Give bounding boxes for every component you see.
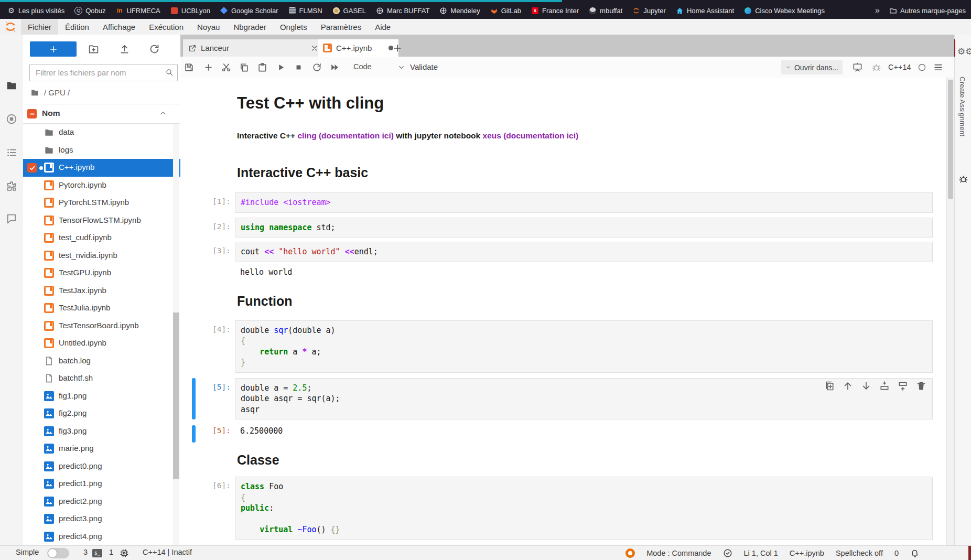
new-tab-icon[interactable] [392,43,403,53]
menu-onglets[interactable]: Onglets [273,19,314,35]
markdown-body[interactable]: Interactive C++ basic [235,164,933,181]
insert-below-icon[interactable] [898,381,908,391]
tab-notebook[interactable]: C++.ipynb [318,39,398,57]
bookmark-item[interactable]: Mendeley [439,7,480,15]
delete-icon[interactable] [916,381,926,391]
menu-noyau[interactable]: Noyau [190,19,226,35]
cut-icon[interactable] [221,62,231,72]
code-editor[interactable]: using namespace std; [235,218,933,238]
open-in-button[interactable]: Ouvrir dans... [781,60,843,74]
file-row[interactable]: marie.png [23,440,180,458]
restart-icon[interactable] [312,62,322,72]
move-up-icon[interactable] [843,381,853,391]
kernels-count[interactable]: 1 [109,548,113,556]
validate-button[interactable]: Validate [410,62,438,71]
debugger-icon[interactable] [871,62,881,72]
code-editor[interactable]: double a = 2.5;double asqr = sqr(a);asqr [235,378,933,420]
code-editor[interactable]: class Foo{public: virtual ~Foo() {} [235,477,933,540]
file-row[interactable]: TestJulia.ipynb [23,299,180,317]
spellcheck-status[interactable]: Spellcheck off [836,549,883,557]
markdown-body[interactable]: Function [235,293,933,309]
file-row[interactable]: fig1.png [23,387,180,405]
file-row[interactable]: fig3.png [23,423,180,440]
paste-icon[interactable] [257,62,267,72]
stop-icon[interactable] [294,62,304,72]
code-editor[interactable]: #include <iostream> [235,192,933,213]
file-list-scrollbar-thumb[interactable] [173,313,179,479]
bell-icon[interactable] [910,548,920,558]
markdown-body[interactable]: Test C++ with cling [235,92,933,115]
menu-édition[interactable]: Édition [58,19,96,35]
active-cell-bar[interactable] [192,378,196,420]
kernel-status-text[interactable]: C++14 | Inactif [143,548,192,556]
menu-exécution[interactable]: Exécution [142,19,190,35]
file-row[interactable]: predict2.png [23,493,180,511]
file-row[interactable]: Pytorch.ipynb [23,177,180,195]
menu-aide[interactable]: Aide [368,19,397,35]
kernel-status-icon[interactable] [918,63,926,72]
file-checkbox[interactable] [27,163,37,173]
bookmarks-overflow-chevron[interactable]: » [875,6,879,15]
insert-above-icon[interactable] [879,381,890,391]
property-inspector-icon[interactable]: ⚙⚙ [957,48,970,62]
file-row[interactable]: logs [23,142,180,159]
bookmark-item[interactable]: mbuffat [589,7,622,15]
cursor-position[interactable]: Li 1, Col 1 [744,549,778,557]
file-row[interactable]: TestGPU.ipynb [23,264,180,282]
cell-type-select[interactable]: Code [353,62,372,71]
fast-forward-icon[interactable] [330,62,340,72]
chat-icon[interactable] [6,213,17,224]
file-row[interactable]: PyTorchLSTM.ipynb [23,194,180,212]
code-editor[interactable]: cout << "hello world" <<endl; [235,242,933,262]
copy-icon[interactable] [239,62,249,72]
bookmark-item[interactable]: ⚙Les plus visités [7,7,64,15]
markdown-body[interactable]: Interactive C++ cling (documentation ici… [235,130,933,142]
select-all-checkbox[interactable] [27,109,37,119]
move-down-icon[interactable] [861,381,871,391]
bookmark-item[interactable]: Marc BUFFAT [376,7,429,15]
bookmark-item[interactable]: QQobuz [74,7,105,15]
notebook-scrollbar-thumb[interactable] [948,80,953,199]
file-list-header[interactable]: Nom [23,104,180,124]
running-icon[interactable] [6,113,17,125]
insert-icon[interactable] [203,62,213,72]
bookmark-item[interactable]: GASEL [332,7,366,15]
status-filename[interactable]: C++.ipynb [790,549,824,557]
code-cell-body[interactable]: class Foo{public: virtual ~Foo() {} [235,477,933,540]
markdown-body[interactable]: Classe [235,451,933,468]
chevron-down-icon[interactable] [397,63,405,71]
files-icon[interactable] [6,80,17,91]
new-launcher-button[interactable] [30,41,77,57]
command-mode-label[interactable]: Mode : Commande [646,549,711,557]
doc-link[interactable]: xeus (documentation ici) [483,131,579,140]
toolbar-menu-icon[interactable] [933,62,943,72]
file-row[interactable]: TestJax.ipynb [23,282,180,300]
refresh-icon[interactable] [149,44,160,55]
doc-link[interactable]: cling (documentation ici) [297,131,393,140]
file-row[interactable]: C++.ipynb [23,159,180,177]
file-row[interactable]: Untitled.ipynb [23,335,180,352]
extensions-icon[interactable] [6,180,17,192]
root-folder-icon[interactable] [30,88,39,97]
duplicate-icon[interactable] [824,381,835,391]
code-cell-body[interactable]: cout << "hello world" <<endl; [235,242,933,262]
file-row[interactable]: TestTensorBoard.ipynb [23,317,180,335]
simple-mode-toggle[interactable] [47,548,69,558]
file-row[interactable]: batchtf.sh [23,370,180,387]
bookmark-item[interactable]: Home Assistant [676,7,734,15]
file-row[interactable]: TensorFlowLSTM.ipynb [23,212,180,230]
file-row[interactable]: predict1.png [23,475,180,493]
create-assignment-tab[interactable]: Create Assignment [958,77,966,136]
menu-nbgrader[interactable]: Nbgrader [226,19,273,35]
debugger-sidebar-icon[interactable] [958,174,968,184]
file-filter-input[interactable] [35,65,161,80]
file-row[interactable]: fig2.png [23,405,180,423]
tab-launcher[interactable]: Lanceur [182,39,325,57]
breadcrumb[interactable]: / GPU / [30,87,70,98]
file-row[interactable]: predict4.png [23,528,180,546]
bookmark-item[interactable]: Jupyter [632,7,666,15]
slideshow-icon[interactable] [853,62,862,72]
file-row[interactable]: test_nvidia.ipynb [23,247,180,265]
menu-fichier[interactable]: Fichier [21,19,58,35]
other-bookmarks[interactable]: Autres marque-pages [889,7,966,15]
